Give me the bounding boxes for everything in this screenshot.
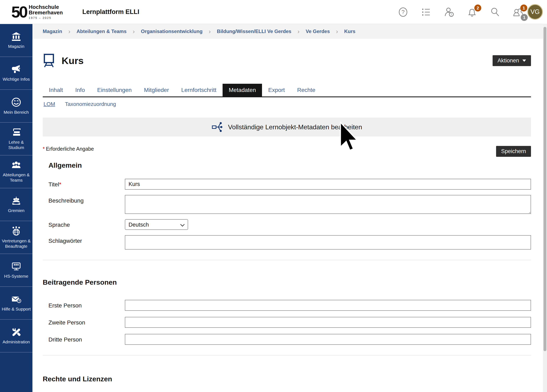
sidebar-item-label: Lehre & Studium <box>1 140 31 150</box>
actions-button[interactable]: Aktionen <box>492 55 531 66</box>
breadcrumb-separator: › <box>336 28 338 35</box>
breadcrumb-item[interactable]: Organisationsentwicklung <box>141 28 202 34</box>
logo-years: 1975 – 2025 <box>29 16 63 20</box>
group-icon <box>11 161 21 170</box>
contacts-new-badge: 1 <box>520 5 527 12</box>
sidebar-item-label: Hilfe & Support <box>2 306 31 311</box>
help-icon: ? <box>398 7 408 17</box>
sidebar-item-gremien[interactable]: Gremien <box>0 188 33 221</box>
breadcrumb-item[interactable]: Magazin <box>43 28 62 34</box>
subtab-taxonomiezuordnung[interactable]: Taxonomiezuordnung <box>65 101 116 107</box>
awareness-button[interactable]: ! <box>444 7 454 17</box>
zweite-person-input[interactable] <box>125 317 531 328</box>
sidebar-item-label: Magazin <box>8 44 24 49</box>
sidebar-item-label: Mein Bereich <box>4 110 29 115</box>
menu-list-button[interactable] <box>421 7 431 17</box>
logo-50-text: 50 <box>11 5 27 19</box>
sidebar-item-hilfe-support[interactable]: ? Hilfe & Support <box>0 287 33 319</box>
search-button[interactable] <box>490 7 500 17</box>
titel-label: Titel* <box>43 179 125 190</box>
section-divider <box>43 355 531 355</box>
avatar[interactable]: VG <box>527 4 543 20</box>
tab-info[interactable]: Info <box>69 84 91 96</box>
sidebar-item-label: Administration <box>2 339 30 344</box>
megaphone-icon <box>11 65 21 74</box>
subtab-lom[interactable]: LOM <box>43 101 55 107</box>
sidebar-item-wichtige-infos[interactable]: Wichtige Infos <box>0 57 33 90</box>
tab-mitglieder[interactable]: Mitglieder <box>138 84 175 96</box>
section-heading-rechte: Rechte und Lizenzen <box>43 375 531 383</box>
main-area: Magazin › Abteilungen & Teams › Organisa… <box>33 24 543 392</box>
required-asterisk: * <box>59 181 62 188</box>
breadcrumb-item[interactable]: Kurs <box>344 28 356 34</box>
section-divider <box>43 260 531 260</box>
university-logo: 50 Hochschule Bremerhaven 1975 – 2025 <box>11 4 63 20</box>
sprache-label: Sprache <box>43 219 125 230</box>
tab-bar: Inhalt Info Einstellungen Mitglieder Ler… <box>43 84 531 97</box>
required-asterisk: * <box>43 146 45 152</box>
sidebar-item-vertretungen[interactable]: Vertretungen & Beauftragte <box>0 221 33 254</box>
monitor-icon: *** <box>11 262 21 271</box>
tab-metadaten[interactable]: Metadaten <box>223 84 262 96</box>
breadcrumb-separator: › <box>68 28 70 35</box>
titel-input[interactable] <box>125 179 531 190</box>
books-icon <box>11 128 21 137</box>
sidebar-item-abteilungen-teams[interactable]: Abteilungen & Teams <box>0 155 33 188</box>
bank-icon <box>11 32 21 41</box>
breadcrumb: Magazin › Abteilungen & Teams › Organisa… <box>33 24 543 39</box>
tab-einstellungen[interactable]: Einstellungen <box>91 84 138 96</box>
notifications-button[interactable]: 2 <box>467 7 477 17</box>
section-heading-beitragende: Beitragende Personen <box>43 278 531 286</box>
breadcrumb-item[interactable]: Ve Gerdes <box>306 28 330 34</box>
sidebar-item-label: Abteilungen & Teams <box>1 172 31 182</box>
svg-text:?: ? <box>18 299 20 303</box>
tab-rechte[interactable]: Rechte <box>291 84 321 96</box>
page-title: Kurs <box>62 55 83 66</box>
scrollbar-thumb[interactable] <box>544 27 546 351</box>
sidebar-item-lehre-studium[interactable]: Lehre & Studium <box>0 122 33 155</box>
logo-line1: Hochschule <box>29 4 63 10</box>
sidebar-item-label: HS-Systeme <box>4 274 28 279</box>
beschreibung-label: Beschreibung <box>43 195 125 214</box>
tab-lernfortschritt[interactable]: Lernfortschritt <box>175 84 223 96</box>
contacts-total-badge: 1 <box>521 14 528 21</box>
sidebar-item-hs-systeme[interactable]: *** HS-Systeme <box>0 254 33 287</box>
sidebar-item-magazin[interactable]: Magazin <box>0 24 33 57</box>
schlagwoerter-input[interactable] <box>125 235 531 250</box>
required-note-label: Erforderliche Angabe <box>46 146 94 152</box>
titel-label-text: Titel <box>48 181 59 188</box>
logo-line2: Bremerhaven <box>29 10 63 15</box>
svg-text:***: *** <box>14 263 19 268</box>
course-easel-icon <box>43 54 55 68</box>
dritte-person-input[interactable] <box>125 334 531 345</box>
breadcrumb-item[interactable]: Bildung/Wissen/ELLI Ve Gerdes <box>217 28 291 34</box>
sprache-select[interactable]: Deutsch <box>125 219 188 230</box>
mail-question-icon: ? <box>11 295 21 304</box>
breadcrumb-item[interactable]: Abteilungen & Teams <box>77 28 127 34</box>
actions-button-label: Aktionen <box>498 57 519 64</box>
sidebar-item-label: Vertretungen & Beauftragte <box>1 238 31 249</box>
node-tree-icon <box>212 122 223 133</box>
erste-person-input[interactable] <box>125 300 531 311</box>
tools-icon <box>11 327 21 337</box>
zweite-person-label: Zweite Person <box>43 317 125 328</box>
smiley-icon <box>11 97 21 107</box>
notification-badge: 2 <box>474 5 481 12</box>
tab-inhalt[interactable]: Inhalt <box>43 84 69 96</box>
chevron-down-icon <box>522 60 526 62</box>
beschreibung-textarea[interactable] <box>125 195 531 214</box>
help-button[interactable]: ? <box>398 7 408 17</box>
person-alert-icon: ! <box>444 7 454 17</box>
save-button[interactable]: Speichern <box>496 146 531 157</box>
breadcrumb-separator: › <box>209 28 211 35</box>
tab-export[interactable]: Export <box>262 84 291 96</box>
sidebar-item-mein-bereich[interactable]: Lehre & Studium Mein Bereich <box>0 90 33 122</box>
edit-full-metadata-button[interactable]: Vollständige Lernobjekt-Metadaten bearbe… <box>43 118 531 136</box>
erste-person-label: Erste Person <box>43 300 125 311</box>
contacts-button[interactable]: 1 1 <box>513 7 523 17</box>
breadcrumb-separator: › <box>298 28 300 35</box>
app-title: Lernplattform ELLI <box>82 8 139 16</box>
scrollbar-track <box>543 24 547 392</box>
sidebar-item-administration[interactable]: Administration <box>0 319 33 352</box>
top-header: 50 Hochschule Bremerhaven 1975 – 2025 Le… <box>0 0 547 24</box>
